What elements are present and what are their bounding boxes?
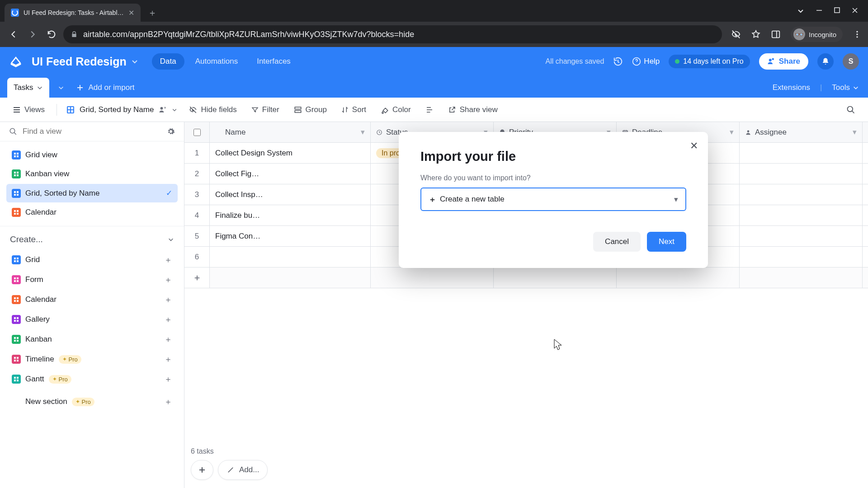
lock-icon xyxy=(71,31,78,38)
svg-rect-17 xyxy=(14,153,16,155)
tab-strip: UI Feed Redesign: Tasks - Airtabl… ✕ ＋ xyxy=(0,4,787,22)
base-name[interactable]: UI Feed Redesign xyxy=(32,55,138,68)
airtable-logo-icon[interactable] xyxy=(9,55,23,68)
new-tab-button[interactable]: ＋ xyxy=(145,5,160,20)
cancel-button[interactable]: Cancel xyxy=(593,232,641,252)
svg-rect-42 xyxy=(17,297,19,299)
add-or-import-button[interactable]: Add or import xyxy=(73,78,138,98)
color-button[interactable]: Color xyxy=(378,103,414,116)
address-bar[interactable]: airtable.com/appnB2PYqtdgiMrZG/tbliXpR4Z… xyxy=(63,25,722,43)
create-view-timeline[interactable]: TimelinePro＋ xyxy=(6,349,178,369)
nav-interfaces[interactable]: Interfaces xyxy=(249,53,299,70)
back-button[interactable] xyxy=(6,27,21,42)
create-view-form[interactable]: Form＋ xyxy=(6,270,178,290)
import-destination-select[interactable]: ＋ Create a new table ▾ xyxy=(420,188,686,211)
plus-icon xyxy=(76,84,84,91)
chrome-menu-icon[interactable] xyxy=(853,30,862,39)
extensions-button[interactable]: Extensions xyxy=(773,83,810,92)
collaborators-icon[interactable] xyxy=(158,105,167,114)
svg-point-3 xyxy=(856,33,858,35)
create-view-grid[interactable]: Grid＋ xyxy=(6,250,178,270)
svg-rect-28 xyxy=(17,194,19,196)
user-avatar[interactable]: S xyxy=(843,53,859,70)
history-icon[interactable] xyxy=(613,56,623,66)
notifications-button[interactable] xyxy=(817,53,834,70)
svg-rect-26 xyxy=(17,191,19,193)
sort-button[interactable]: Sort xyxy=(339,103,369,116)
filter-button[interactable]: Filter xyxy=(249,103,282,116)
maximize-icon[interactable] xyxy=(834,7,840,14)
external-link-icon xyxy=(448,106,456,114)
hide-fields-button[interactable]: Hide fields xyxy=(186,103,239,116)
sidebar-create-header[interactable]: Create... xyxy=(0,226,184,250)
incognito-badge[interactable]: 👓 Incognito xyxy=(791,27,843,42)
svg-rect-49 xyxy=(14,337,16,339)
search-icon xyxy=(9,127,17,136)
current-view-name[interactable]: Grid, Sorted by Name xyxy=(66,105,177,114)
sidebar-view-item[interactable]: Calendar xyxy=(6,203,178,221)
close-window-icon[interactable] xyxy=(852,7,858,14)
cal-icon xyxy=(12,208,21,217)
modal-close-button[interactable]: ✕ xyxy=(690,140,698,152)
svg-rect-31 xyxy=(14,213,16,215)
share-view-button[interactable]: Share view xyxy=(445,103,500,116)
plus-icon: ＋ xyxy=(164,274,172,285)
chevron-down-icon xyxy=(853,84,859,91)
svg-rect-45 xyxy=(14,317,16,319)
bookmark-star-icon[interactable] xyxy=(751,29,761,39)
sidebar-view-item[interactable]: Grid, Sorted by Name✓ xyxy=(6,184,178,202)
next-button[interactable]: Next xyxy=(647,232,686,252)
tab-list-icon[interactable] xyxy=(797,7,804,14)
svg-point-4 xyxy=(856,36,858,38)
grid-icon xyxy=(12,255,21,264)
help-button[interactable]: Help xyxy=(632,57,660,66)
form-icon xyxy=(12,275,21,284)
svg-rect-55 xyxy=(14,360,16,361)
nav-data[interactable]: Data xyxy=(152,53,184,70)
pro-badge: Pro xyxy=(59,355,81,364)
svg-rect-34 xyxy=(17,258,19,259)
views-toggle[interactable]: Views xyxy=(10,103,47,116)
new-section-button[interactable]: New section Pro ＋ xyxy=(6,392,178,412)
nav-automations[interactable]: Automations xyxy=(187,53,246,70)
view-toolbar: Views Grid, Sorted by Name Hide fields F… xyxy=(0,98,868,122)
find-view-search[interactable] xyxy=(0,122,184,141)
filter-icon xyxy=(251,106,259,113)
sidebar-view-item[interactable]: Kanban view xyxy=(6,165,178,183)
table-tabs-more[interactable] xyxy=(53,78,69,98)
create-view-gantt[interactable]: GanttPro＋ xyxy=(6,369,178,389)
tools-button[interactable]: Tools xyxy=(832,83,859,92)
search-icon xyxy=(846,105,855,114)
row-height-button[interactable] xyxy=(423,104,436,116)
share-button[interactable]: Share xyxy=(759,53,808,70)
eye-off-icon[interactable] xyxy=(731,29,741,39)
timeline-icon xyxy=(12,355,21,364)
svg-rect-18 xyxy=(17,153,19,155)
create-view-cal[interactable]: Calendar＋ xyxy=(6,290,178,310)
group-button[interactable]: Group xyxy=(291,103,330,116)
svg-point-6 xyxy=(769,59,772,61)
reload-button[interactable] xyxy=(44,27,59,42)
people-icon xyxy=(767,57,775,66)
bell-icon xyxy=(821,57,830,66)
svg-rect-52 xyxy=(17,340,19,342)
plus-icon: ＋ xyxy=(164,314,172,325)
browser-tab[interactable]: UI Feed Redesign: Tasks - Airtabl… ✕ xyxy=(5,4,141,22)
pro-badge: Pro xyxy=(72,398,94,406)
create-view-gallery[interactable]: Gallery＋ xyxy=(6,310,178,329)
import-file-modal: ✕ Import your file Where do you want to … xyxy=(399,132,708,268)
svg-rect-29 xyxy=(14,210,16,212)
top-nav: Data Automations Interfaces xyxy=(152,53,299,70)
create-view-kanban[interactable]: Kanban＋ xyxy=(6,329,178,349)
trial-badge[interactable]: 14 days left on Pro xyxy=(669,55,750,68)
chevron-down-icon xyxy=(37,84,43,91)
find-view-input[interactable] xyxy=(22,127,162,136)
gear-icon[interactable] xyxy=(167,127,175,136)
minimize-icon[interactable] xyxy=(816,7,822,14)
search-records-button[interactable] xyxy=(844,103,858,116)
sidebar-view-item[interactable]: Grid view xyxy=(6,146,178,164)
forward-button[interactable] xyxy=(25,27,40,42)
close-tab-icon[interactable]: ✕ xyxy=(128,9,134,17)
side-panel-icon[interactable] xyxy=(771,29,781,39)
table-tab-tasks[interactable]: Tasks xyxy=(7,78,49,98)
